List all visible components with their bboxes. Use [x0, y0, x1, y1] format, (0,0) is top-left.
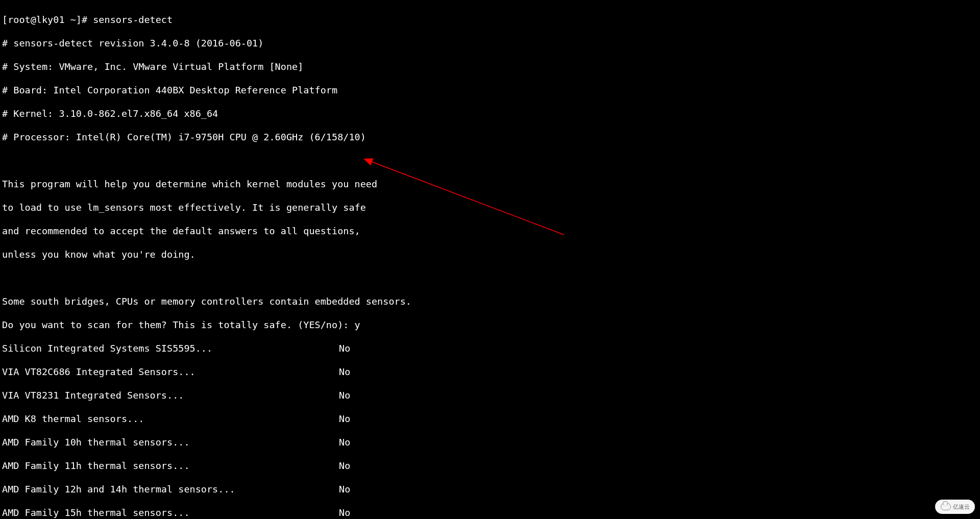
header-line: # sensors-detect revision 3.4.0-8 (2016-… [2, 37, 978, 49]
sensor-result-line: VIA VT8231 Integrated Sensors...No [2, 389, 978, 401]
sensor-name: AMD Family 11h thermal sensors... [2, 460, 339, 472]
header-line: # Board: Intel Corporation 440BX Desktop… [2, 84, 978, 96]
sensor-result: No [339, 483, 350, 495]
prompt-line: [root@lky01 ~]# sensors-detect [2, 14, 978, 26]
sensor-name: Silicon Integrated Systems SIS5595... [2, 342, 339, 354]
sensor-result: No [339, 460, 350, 472]
cloud-icon [941, 503, 951, 510]
sensor-result: No [339, 507, 350, 518]
sensor-result-line: Silicon Integrated Systems SIS5595...No [2, 342, 978, 354]
sensor-name: AMD Family 10h thermal sensors... [2, 436, 339, 448]
sensor-result-line: VIA VT82C686 Integrated Sensors...No [2, 366, 978, 378]
watermark-text: 亿速云 [953, 503, 970, 511]
shell-prompt: [root@lky01 ~]# [2, 14, 93, 25]
sensor-name: AMD Family 12h and 14h thermal sensors..… [2, 483, 339, 495]
sensor-result: No [339, 342, 350, 354]
sensor-result: No [339, 366, 350, 378]
sensor-result: No [339, 413, 350, 425]
sensor-name: VIA VT82C686 Integrated Sensors... [2, 366, 339, 378]
sensor-result: No [339, 436, 350, 448]
intro-line: This program will help you determine whi… [2, 178, 978, 190]
header-line: # System: VMware, Inc. VMware Virtual Pl… [2, 61, 978, 72]
watermark-badge: 亿速云 [935, 500, 975, 514]
scan-answer[interactable]: y [355, 319, 360, 330]
scan-question: Do you want to scan for them? This is to… [2, 319, 355, 330]
intro-line: unless you know what you're doing. [2, 249, 978, 260]
sensor-result: No [339, 389, 350, 401]
sensor-result-line: AMD Family 15h thermal sensors...No [2, 507, 978, 518]
terminal-output[interactable]: [root@lky01 ~]# sensors-detect # sensors… [0, 0, 980, 519]
blank-line [2, 155, 978, 166]
command-text: sensors-detect [93, 14, 173, 25]
intro-line: and recommended to accept the default an… [2, 225, 978, 237]
sensor-name: AMD Family 15h thermal sensors... [2, 507, 339, 518]
blank-line [2, 272, 978, 284]
sensor-result-line: AMD Family 10h thermal sensors...No [2, 436, 978, 448]
sensor-result-line: AMD Family 12h and 14h thermal sensors..… [2, 483, 978, 495]
header-line: # Processor: Intel(R) Core(TM) i7-9750H … [2, 131, 978, 143]
sensor-result-line: AMD K8 thermal sensors...No [2, 413, 978, 425]
header-line: # Kernel: 3.10.0-862.el7.x86_64 x86_64 [2, 108, 978, 119]
sensor-result-line: AMD Family 11h thermal sensors...No [2, 460, 978, 472]
sensor-name: VIA VT8231 Integrated Sensors... [2, 389, 339, 401]
sensor-name: AMD K8 thermal sensors... [2, 413, 339, 425]
intro-line: to load to use lm_sensors most effective… [2, 202, 978, 213]
scan-prompt-line: Do you want to scan for them? This is to… [2, 319, 978, 331]
scan-info-line: Some south bridges, CPUs or memory contr… [2, 295, 978, 307]
